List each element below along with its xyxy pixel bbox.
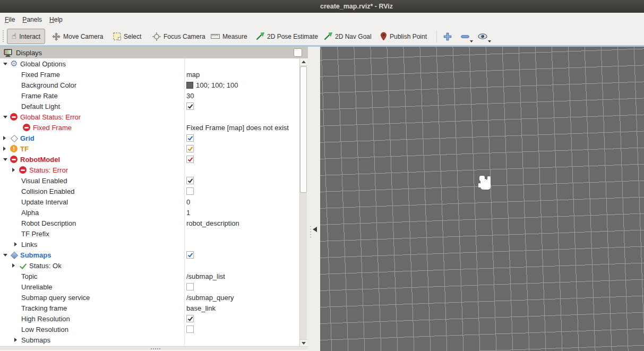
vsplitter-handle-dots [310, 225, 311, 239]
tree-row-visual-enabled[interactable]: Visual Enabled [0, 175, 299, 186]
tree-row-robotmodel[interactable]: RobotModel [0, 154, 299, 165]
tree-row-collision-enabled[interactable]: Collision Enabled [0, 186, 299, 196]
checkbox[interactable] [186, 326, 194, 333]
titlebar[interactable]: create_map.rviz* - RViz [0, 0, 644, 13]
row-value[interactable] [186, 313, 194, 324]
tree-row-status-ok[interactable]: Status: Ok [0, 260, 299, 271]
expand-arrow-icon[interactable] [12, 168, 15, 172]
tree-row-background-color[interactable]: Background Color100; 100; 100 [0, 80, 299, 90]
row-value[interactable] [186, 133, 194, 143]
checkbox[interactable] [186, 315, 194, 322]
tool-focus-camera[interactable]: Focus Camera [152, 29, 205, 44]
tree-row-alpha[interactable]: Alpha1 [0, 207, 299, 218]
row-value[interactable]: robot_description [186, 218, 239, 228]
row-value[interactable] [186, 281, 194, 292]
tree-row-submaps[interactable]: Submaps [0, 335, 299, 345]
expand-arrow-icon[interactable] [3, 147, 6, 151]
collapse-arrow-icon[interactable] [3, 63, 7, 65]
tree-row-update-interval[interactable]: Update Interval0 [0, 196, 299, 207]
tree-row-robot-description[interactable]: Robot Descriptionrobot_description [0, 218, 299, 228]
checkbox[interactable] [186, 102, 194, 110]
collapse-arrow-icon[interactable] [3, 116, 7, 118]
menu-item-panels[interactable]: Panels [19, 14, 46, 25]
tool-move-camera[interactable]: Move Camera [52, 29, 103, 44]
tree-row-unreliable[interactable]: Unreliable [0, 281, 299, 292]
horizontal-splitter[interactable] [0, 346, 308, 350]
tree-row-tf-prefix[interactable]: TF Prefix [0, 228, 299, 239]
row-value[interactable] [186, 143, 194, 154]
collapse-arrow-icon[interactable] [3, 158, 7, 161]
collapse-arrow-icon[interactable] [3, 254, 7, 256]
expand-arrow-icon[interactable] [14, 242, 17, 246]
tree-row-links[interactable]: Links [0, 239, 299, 250]
checkbox[interactable] [186, 156, 194, 163]
tool-interact[interactable]: ☝Interact [7, 29, 45, 44]
checkbox[interactable] [186, 187, 194, 195]
tree-row-submap-query-service[interactable]: Submap query service/submap_query [0, 292, 299, 303]
row-value[interactable] [186, 154, 194, 165]
tree-scrollbar[interactable] [299, 58, 307, 347]
scrollbar-down-button[interactable] [300, 339, 307, 347]
panel-float-button[interactable] [294, 48, 302, 57]
row-value[interactable]: map [186, 69, 200, 80]
hand-cursor-icon: ☝ [12, 32, 16, 40]
expand-arrow-icon[interactable] [14, 338, 17, 342]
tree-row-global-options[interactable]: ⚙Global Options [0, 58, 299, 69]
tree-row-fixed-frame[interactable]: Fixed FrameFixed Frame [map] does not ex… [0, 122, 299, 133]
displays-panel-header[interactable]: Displays [0, 47, 308, 58]
row-value[interactable] [186, 101, 194, 112]
checkbox[interactable] [186, 283, 194, 290]
row-value[interactable]: 100; 100; 100 [186, 80, 238, 90]
3d-viewport[interactable] [320, 47, 644, 351]
tree-row-global-status-error[interactable]: Global Status: Error [0, 112, 299, 122]
tool-publish-point[interactable]: Publish Point [380, 29, 427, 44]
row-value[interactable] [186, 186, 194, 196]
checkbox[interactable] [186, 251, 194, 259]
checkbox[interactable] [186, 145, 194, 152]
row-value[interactable]: /submap_list [186, 271, 225, 281]
row-value[interactable]: 1 [186, 207, 190, 218]
tool-label: 2D Pose Estimate [267, 33, 318, 40]
tree-row-topic[interactable]: Topic/submap_list [0, 271, 299, 281]
expand-arrow-icon[interactable] [12, 263, 15, 268]
tree-row-low-resolution[interactable]: Low Resolution [0, 324, 299, 335]
expand-arrow-icon[interactable] [3, 136, 6, 140]
toolbar-drag-handle[interactable] [2, 30, 5, 43]
tree-row-high-resolution[interactable]: High Resolution [0, 313, 299, 324]
row-label: Submap query service [21, 294, 90, 302]
displays-panel-title: Displays [16, 49, 42, 57]
row-value[interactable] [186, 175, 194, 186]
row-value[interactable]: 30 [186, 90, 194, 101]
add-tool-button[interactable] [443, 29, 452, 44]
remove-tool-button[interactable] [461, 29, 469, 44]
tree-row-tracking-frame[interactable]: Tracking framebase_link [0, 303, 299, 313]
checkbox[interactable] [186, 177, 194, 184]
row-value[interactable]: /submap_query [186, 292, 234, 303]
menu-item-help[interactable]: Help [46, 14, 66, 25]
tree-row-tf[interactable]: TF [0, 143, 299, 154]
tool-visibility-button[interactable] [478, 29, 487, 44]
row-value[interactable]: Fixed Frame [map] does not exist [186, 122, 289, 133]
tool-measure[interactable]: Measure [211, 29, 247, 44]
tool-2d-pose-estimate[interactable]: 2D Pose Estimate [256, 29, 318, 44]
scrollbar-thumb[interactable] [300, 66, 307, 193]
tree-row-frame-rate[interactable]: Frame Rate30 [0, 90, 299, 101]
row-value[interactable] [186, 324, 194, 335]
tree-row-submaps[interactable]: Submaps [0, 250, 299, 260]
check-mark-icon [187, 145, 192, 151]
tree-column-separator[interactable] [184, 58, 185, 346]
tree-row-fixed-frame[interactable]: Fixed Framemap [0, 69, 299, 80]
row-value[interactable]: 0 [186, 196, 190, 207]
menu-item-file[interactable]: File [1, 14, 19, 25]
tree-row-status-error[interactable]: Status: Error [0, 165, 299, 175]
vertical-splitter[interactable] [308, 47, 320, 351]
collapse-panel-arrow-icon[interactable] [313, 227, 317, 232]
checkbox[interactable] [186, 134, 194, 142]
tool-select[interactable]: Select [113, 29, 141, 44]
row-value[interactable] [186, 250, 194, 260]
row-value[interactable]: base_link [186, 303, 216, 313]
scrollbar-up-button[interactable] [300, 58, 307, 66]
tree-row-grid[interactable]: Grid [0, 133, 299, 143]
tool-2d-nav-goal[interactable]: 2D Nav Goal [324, 29, 372, 44]
tree-row-default-light[interactable]: Default Light [0, 101, 299, 112]
